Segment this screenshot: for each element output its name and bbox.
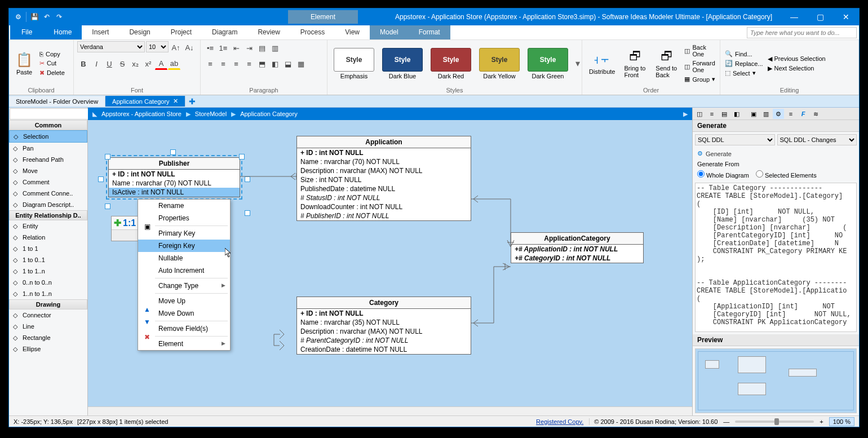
toolbox-item[interactable]: ◇Line — [9, 321, 87, 332]
entity-field[interactable]: # StatusID : int NOT NULL — [297, 193, 471, 202]
horizontal-scrollbar[interactable] — [88, 406, 692, 415]
align-right-button[interactable]: ≡ — [230, 57, 242, 70]
resize-handle[interactable] — [98, 176, 104, 182]
toolbox-item[interactable]: ◇Rectangle — [9, 332, 87, 343]
delete-button[interactable]: ✖Delete — [38, 69, 66, 77]
context-menu-item[interactable]: Remove Field(s)✖ — [138, 322, 230, 335]
context-menu-item[interactable]: Move Down▼ — [138, 307, 230, 320]
entity-field[interactable]: CreationDate : datetime NOT NULL — [297, 345, 471, 354]
panel-icon[interactable]: ⚙ — [773, 109, 784, 119]
indent-button[interactable]: ⇥ — [243, 42, 255, 54]
context-menu-item[interactable]: Element▶ — [138, 338, 230, 350]
zoom-value[interactable]: 100 % — [829, 417, 854, 426]
toolbox-item[interactable]: ◇Relation — [9, 232, 87, 243]
panel-icon[interactable]: ▣ — [748, 109, 759, 119]
toolbox-item[interactable]: ◇Comment Conne.. — [9, 188, 87, 199]
entity-field[interactable]: Description : nvarchar (MAX) NOT NULL — [297, 327, 471, 336]
shrink-font-icon[interactable]: A↓ — [183, 41, 196, 54]
entity-field[interactable]: +# ApplicationID : int NOT NULL — [511, 245, 643, 254]
panel-icon[interactable]: ≡ — [706, 109, 718, 119]
tab-view[interactable]: View — [335, 25, 370, 39]
toolbox-item[interactable]: ◇Ellipse — [9, 343, 87, 355]
toolbox-item[interactable]: ◇0..n to 0..n — [9, 277, 87, 288]
entity-field[interactable]: Size : int NOT NULL — [297, 175, 471, 184]
justify-button[interactable]: ≡ — [243, 57, 255, 70]
undo-icon[interactable]: ↶ — [42, 12, 51, 21]
resize-handle[interactable] — [239, 154, 245, 160]
toolbox-item[interactable]: ◇1..n to 1..n — [9, 288, 87, 299]
outdent-button[interactable]: ⇤ — [230, 42, 242, 54]
entity-category[interactable]: Category + ID : int NOT NULLName : nvarc… — [296, 297, 471, 355]
zoom-slider[interactable] — [735, 421, 814, 423]
valign-bot-button[interactable]: ⬓ — [282, 57, 294, 70]
toolbox-item[interactable]: ◇Comment — [9, 176, 87, 188]
tab-format[interactable]: Format — [409, 25, 450, 39]
font-family-select[interactable]: Verdana — [77, 41, 145, 52]
toolbox-item[interactable]: ◇Entity — [9, 220, 87, 232]
toolbox-item[interactable]: ◇Pan — [9, 143, 87, 154]
close-button[interactable]: ✕ — [833, 8, 859, 25]
column-button[interactable]: ▤ — [256, 42, 268, 54]
grow-font-icon[interactable]: A↑ — [170, 41, 182, 54]
back-one-button[interactable]: ◫Back One — [683, 43, 716, 58]
toolbox-item[interactable]: ◇Freehand Path — [9, 154, 87, 165]
sql-type-select[interactable]: SQL DDL — [695, 134, 775, 145]
entity-field[interactable]: IsActive : int NOT NULL — [109, 188, 240, 197]
relation-box[interactable]: ✚1:1 — [111, 216, 140, 241]
resize-handle[interactable] — [105, 203, 110, 209]
select-button[interactable]: ⬚Select ▾ — [724, 69, 764, 77]
align-left-button[interactable]: ≡ — [204, 57, 216, 70]
bring-front-button[interactable]: 🗗Bring to Front — [621, 47, 650, 81]
next-selection-button[interactable]: ▶Next Selection — [767, 64, 827, 73]
panel-icon[interactable]: ▤ — [719, 109, 730, 119]
valign-top-button[interactable]: ⬒ — [256, 57, 268, 70]
add-tab-icon[interactable]: ✚ — [185, 97, 199, 106]
fill-button[interactable]: ▦ — [295, 57, 307, 70]
style-item[interactable]: StyleDark Red — [431, 48, 471, 79]
tab-close-icon[interactable]: ✕ — [173, 98, 178, 105]
entity-field[interactable]: Name : nvarchar (70) NOT NULL — [297, 157, 471, 166]
group-button[interactable]: ▦Group ▾ — [683, 75, 716, 83]
entity-field[interactable]: + ID : int NOT NULL — [297, 309, 471, 318]
sql-changes-select[interactable]: SQL DDL - Changes — [777, 134, 857, 145]
prev-selection-button[interactable]: ◀Previous Selection — [767, 55, 827, 63]
context-menu-item[interactable]: Foreign Key — [138, 240, 230, 252]
context-menu-item[interactable]: Move Up▲ — [138, 295, 230, 307]
send-back-button[interactable]: 🗗Send to Back — [652, 47, 681, 81]
bc-root[interactable]: Appstorex - Application Store — [101, 110, 181, 117]
bullet-list-button[interactable]: •≡ — [204, 42, 216, 54]
superscript-button[interactable]: x² — [142, 57, 154, 70]
toolbox-item[interactable]: ◇Diagram Descript.. — [9, 199, 87, 210]
resize-handle[interactable] — [245, 210, 250, 216]
toolbox-item[interactable]: ◇Connector — [9, 309, 87, 321]
context-menu-item[interactable]: Nullable — [138, 252, 230, 264]
context-menu-item[interactable]: Properties▣ — [138, 212, 230, 224]
whole-diagram-radio[interactable]: Whole Diagram — [697, 170, 749, 179]
replace-button[interactable]: 🔄Replace... — [724, 59, 764, 68]
registered-link[interactable]: Registered Copy. — [536, 418, 583, 425]
italic-button[interactable]: I — [90, 57, 103, 70]
drawing-header[interactable]: Drawing — [9, 299, 87, 309]
valign-mid-button[interactable]: ◧ — [269, 57, 281, 70]
redo-icon[interactable]: ↷ — [55, 12, 64, 21]
strike-button[interactable]: S — [116, 57, 129, 70]
tab-project[interactable]: Project — [161, 25, 202, 39]
align-center-button[interactable]: ≡ — [217, 57, 229, 70]
bc-diagram[interactable]: Application Category — [240, 110, 298, 117]
resize-handle[interactable] — [170, 149, 176, 155]
tab-review[interactable]: Review — [247, 25, 290, 39]
entity-field[interactable]: Description : nvarchar (MAX) NOT NULL — [297, 166, 471, 175]
tell-me-search[interactable] — [747, 27, 857, 38]
zoom-out-button[interactable]: — — [723, 418, 729, 425]
erd-header[interactable]: Entity Relationship D.. — [9, 210, 87, 220]
resize-handle[interactable] — [245, 176, 250, 182]
doc-tab-folder[interactable]: StoreModel - Folder Overview — [9, 96, 105, 107]
tab-diagram[interactable]: Diagram — [202, 25, 247, 39]
common-header[interactable]: Common — [9, 120, 87, 130]
style-item[interactable]: StyleEmphasis — [334, 48, 374, 79]
toolbox-item[interactable]: ◇1 to 1..n — [9, 266, 87, 277]
toolbox-item[interactable]: ◇1 to 1 — [9, 243, 87, 254]
sql-output[interactable]: -- Table Category ------------- CREATE T… — [695, 183, 857, 332]
context-menu-item[interactable]: Rename — [138, 200, 230, 212]
entity-field[interactable]: DownloadCounter : int NOT NULL — [297, 202, 471, 211]
